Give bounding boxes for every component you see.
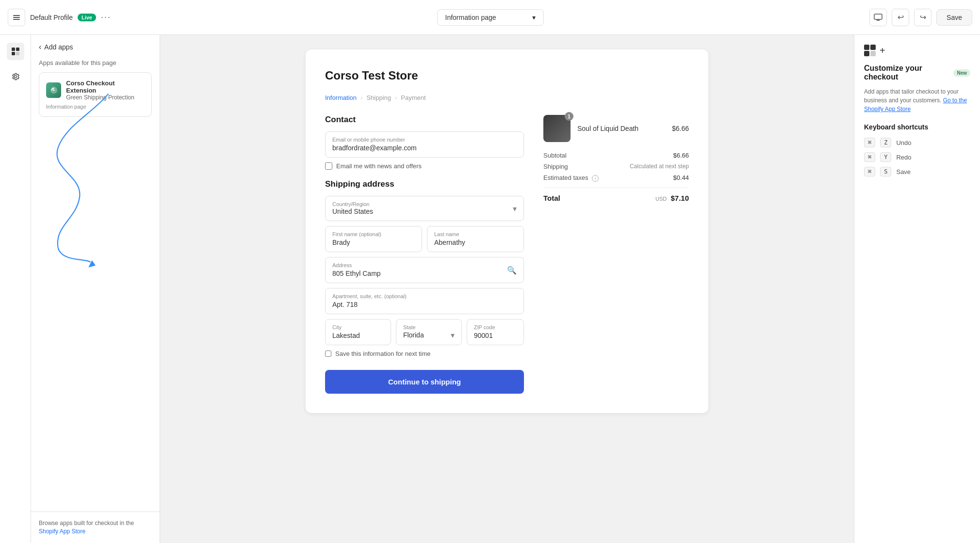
- last-name-input[interactable]: [434, 239, 517, 246]
- svg-rect-4: [12, 48, 15, 51]
- redo-icon[interactable]: ↪: [914, 9, 931, 26]
- last-name-field[interactable]: Last name: [427, 226, 524, 252]
- app-info: Corso Checkout Extension Green Shipping …: [66, 80, 145, 101]
- page-selector[interactable]: Information page ▾: [437, 9, 544, 26]
- app-name: Corso Checkout Extension: [66, 80, 145, 94]
- undo-icon[interactable]: ↩: [892, 9, 909, 26]
- name-row: First name (optional) Last name: [325, 226, 524, 252]
- breadcrumb-shipping: Shipping: [366, 94, 391, 101]
- address-input[interactable]: [332, 270, 517, 277]
- product-name: Soul of Liquid Death: [577, 125, 665, 132]
- store-name: Corso Test Store: [325, 69, 689, 82]
- state-field[interactable]: State Florida ▾: [396, 319, 462, 345]
- svg-point-9: [53, 90, 54, 91]
- continue-to-shipping-button[interactable]: Continue to shipping: [325, 370, 524, 394]
- back-arrow-icon: ‹: [39, 43, 41, 51]
- subtotal-value: $6.66: [673, 152, 689, 159]
- city-state-zip-row: City State Florida ▾: [325, 319, 524, 345]
- sidebar-toggle-btn[interactable]: [8, 9, 25, 26]
- total-currency: USD: [655, 196, 667, 202]
- sidebar-icon-list: [0, 35, 31, 543]
- breadcrumb: Information › Shipping › Payment: [325, 94, 689, 101]
- left-sidebar: ‹ Add apps Apps available for this page …: [0, 35, 160, 543]
- country-select[interactable]: Country/Region United States ▾: [325, 196, 524, 221]
- breadcrumb-information[interactable]: Information: [325, 94, 357, 101]
- save-info-row: Save this information for next time: [325, 350, 524, 357]
- topbar-center: Information page ▾: [117, 9, 864, 26]
- y-key: Y: [880, 152, 891, 162]
- s-key: S: [880, 167, 891, 176]
- sidebar-icon-settings[interactable]: [7, 68, 24, 85]
- page-selector-label: Information page: [445, 14, 496, 21]
- sidebar-section-title: Apps available for this page: [39, 59, 152, 66]
- email-offers-label: Email me with news and offers: [336, 162, 422, 170]
- monitor-icon[interactable]: [869, 9, 887, 26]
- svg-rect-2: [13, 19, 20, 20]
- save-label: Save: [896, 168, 911, 176]
- email-field[interactable]: Email or mobile phone number: [325, 131, 524, 158]
- address-search-icon: 🔍: [507, 266, 517, 275]
- shortcut-undo: ⌘ Z Undo: [864, 138, 970, 147]
- order-summary: 1 Soul of Liquid Death $6.66 Subtotal $6…: [543, 115, 689, 394]
- back-link[interactable]: ‹ Add apps: [39, 43, 152, 51]
- dots-menu[interactable]: ···: [101, 12, 111, 22]
- sidebar-main-content: ‹ Add apps Apps available for this page …: [31, 35, 160, 511]
- sidebar-footer: Browse apps built for checkout in the Sh…: [31, 511, 160, 543]
- redo-label: Redo: [896, 154, 911, 161]
- customize-title: Customize your checkout: [864, 64, 948, 81]
- shortcut-save: ⌘ S Save: [864, 167, 970, 176]
- keyboard-shortcuts-title: Keyboard shortcuts: [864, 123, 970, 131]
- svg-rect-1: [13, 17, 20, 18]
- address-field[interactable]: Address 🔍: [325, 257, 524, 283]
- sidebar-icon-apps[interactable]: [7, 43, 24, 60]
- go-to-shopify-link[interactable]: Go to the Shopify App Store: [864, 97, 967, 112]
- country-value: United States: [332, 208, 373, 215]
- app-sub: Green Shipping Protection: [66, 94, 145, 101]
- save-info-label: Save this information for next time: [335, 350, 431, 357]
- chevron-down-icon: ▾: [532, 14, 536, 21]
- save-button[interactable]: Save: [936, 9, 972, 26]
- shipping-value: Calculated at next step: [630, 163, 689, 170]
- topbar-left: Default Profile Live ···: [8, 9, 111, 26]
- customize-desc: Add apps that tailor checkout to your bu…: [864, 87, 970, 113]
- svg-rect-5: [16, 48, 19, 51]
- checkout-form: Contact Email or mobile phone number Ema…: [325, 115, 524, 394]
- email-input[interactable]: [332, 144, 517, 152]
- city-field[interactable]: City: [325, 319, 391, 345]
- apps-grid-icon: [864, 45, 876, 56]
- country-label: Country/Region: [332, 201, 373, 207]
- first-name-input[interactable]: [332, 239, 415, 246]
- svg-rect-3: [874, 14, 882, 19]
- apt-field[interactable]: Apartment, suite, etc. (optional): [325, 288, 524, 314]
- taxes-line: Estimated taxes i $0.44: [543, 174, 689, 182]
- zip-label: ZIP code: [474, 324, 517, 330]
- taxes-info-icon[interactable]: i: [592, 175, 599, 182]
- city-input[interactable]: [332, 332, 384, 339]
- zip-field[interactable]: ZIP code: [467, 319, 524, 345]
- first-name-field[interactable]: First name (optional): [325, 226, 422, 252]
- state-select[interactable]: Florida: [403, 331, 455, 339]
- main-layout: ‹ Add apps Apps available for this page …: [0, 35, 980, 543]
- subtotal-line: Subtotal $6.66: [543, 152, 689, 159]
- subtotal-label: Subtotal: [543, 152, 567, 159]
- breadcrumb-payment: Payment: [401, 94, 425, 101]
- shortcut-redo: ⌘ Y Redo: [864, 152, 970, 162]
- app-card-corso[interactable]: Corso Checkout Extension Green Shipping …: [39, 72, 152, 117]
- save-info-checkbox[interactable]: [325, 351, 331, 357]
- new-badge: New: [953, 69, 970, 77]
- svg-rect-6: [12, 52, 15, 55]
- order-item: 1 Soul of Liquid Death $6.66: [543, 115, 689, 142]
- shopify-app-store-link[interactable]: Shopify App Store: [39, 528, 85, 535]
- shipping-heading: Shipping address: [325, 179, 524, 189]
- back-link-label: Add apps: [44, 43, 73, 51]
- product-quantity-badge: 1: [565, 112, 573, 121]
- app-icon-corso: [46, 82, 61, 98]
- email-offers-checkbox[interactable]: [325, 162, 332, 170]
- zip-input[interactable]: [474, 332, 517, 339]
- taxes-value: $0.44: [673, 174, 689, 182]
- apt-input[interactable]: [332, 301, 517, 308]
- first-name-label: First name (optional): [332, 231, 415, 237]
- topbar-right: ↩ ↪ Save: [869, 9, 972, 26]
- right-panel: + Customize your checkout New Add apps t…: [854, 35, 980, 543]
- browse-text: Browse apps built for checkout in the: [39, 520, 152, 527]
